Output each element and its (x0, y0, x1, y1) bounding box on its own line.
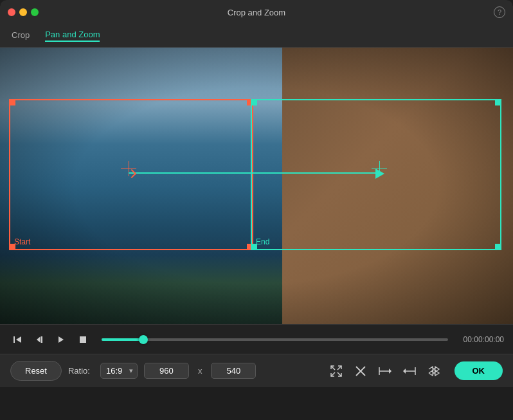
controls-bar: 00:00:00:00 (0, 324, 513, 354)
corner-br (495, 244, 501, 250)
fit-icon-button[interactable] (327, 362, 345, 380)
svg-rect-0 (14, 336, 15, 343)
ratio-label: Ratio: (68, 366, 90, 376)
video-canvas: Start End (0, 48, 513, 324)
svg-marker-13 (389, 369, 392, 374)
width-input[interactable] (144, 363, 189, 379)
remove-icon-button[interactable] (352, 362, 370, 380)
svg-line-9 (331, 372, 335, 376)
svg-rect-3 (41, 336, 42, 343)
svg-line-7 (338, 366, 341, 370)
reset-button[interactable]: Reset (10, 361, 62, 381)
bottom-bar: Reset Ratio: 16:9 4:3 1:1 9:16 x (0, 354, 513, 387)
progress-track[interactable] (102, 338, 448, 341)
tab-pan-zoom[interactable]: Pan and Zoom (45, 30, 100, 42)
title-bar: Crop and Zoom ? (0, 0, 513, 24)
svg-line-6 (331, 366, 335, 370)
frame-back-button[interactable] (31, 331, 48, 348)
progress-fill (102, 338, 143, 341)
tabs-bar: Crop Pan and Zoom (0, 24, 513, 48)
swap-icon-button[interactable] (425, 362, 443, 380)
progress-area[interactable] (102, 338, 448, 341)
align-right-button[interactable] (401, 362, 419, 380)
minimize-button[interactable] (19, 8, 27, 16)
tab-crop[interactable]: Crop (12, 30, 30, 41)
svg-marker-1 (16, 336, 21, 343)
icon-btn-group (327, 362, 443, 380)
progress-thumb[interactable] (139, 335, 148, 344)
play-button[interactable] (53, 331, 69, 348)
window-title: Crop and Zoom (228, 8, 285, 17)
corner-tr (495, 99, 501, 105)
pan-arrow (129, 172, 379, 174)
skip-back-button[interactable] (9, 331, 26, 348)
ok-button[interactable]: OK (455, 361, 503, 380)
align-left-button[interactable] (376, 362, 394, 380)
ratio-wrapper: 16:9 4:3 1:1 9:16 (100, 363, 138, 379)
start-label: Start (14, 237, 30, 246)
svg-marker-2 (37, 336, 40, 343)
dim-separator: x (198, 366, 203, 376)
corner-tl (251, 99, 257, 105)
help-button[interactable]: ? (494, 6, 505, 18)
ratio-select[interactable]: 16:9 4:3 1:1 9:16 (100, 363, 138, 379)
stop-button[interactable] (75, 331, 91, 348)
end-label: End (256, 237, 269, 246)
height-input[interactable] (211, 363, 256, 379)
time-display: 00:00:00:00 (464, 335, 504, 344)
maximize-button[interactable] (31, 8, 39, 16)
svg-marker-16 (403, 369, 406, 374)
svg-rect-5 (80, 336, 86, 343)
close-button[interactable] (8, 8, 15, 16)
corner-tl (9, 99, 15, 105)
svg-line-8 (338, 372, 341, 376)
traffic-lights (8, 8, 39, 16)
svg-marker-4 (59, 336, 64, 343)
